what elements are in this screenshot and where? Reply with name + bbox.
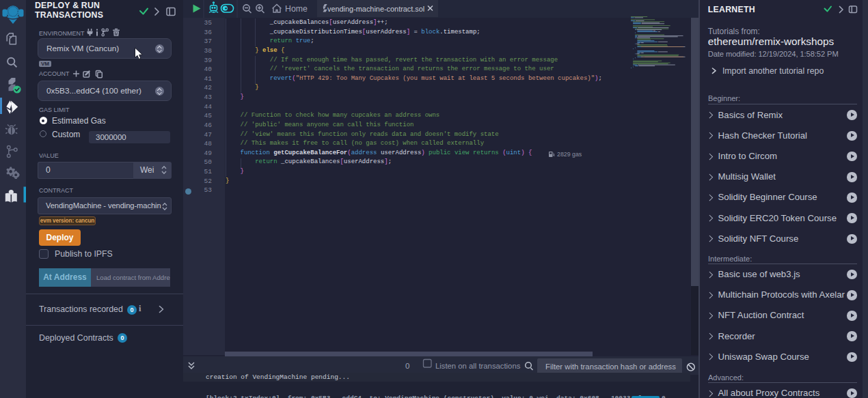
svg-text:Home: Home xyxy=(285,4,308,14)
svg-text:vending-machine-contract.sol: vending-machine-contract.sol xyxy=(327,5,424,13)
svg-text:Filter with transaction hash o: Filter with transaction hash or address xyxy=(545,363,676,371)
svg-text:0: 0 xyxy=(405,362,409,370)
svg-text:Listen on all transactions: Listen on all transactions xyxy=(435,362,521,370)
